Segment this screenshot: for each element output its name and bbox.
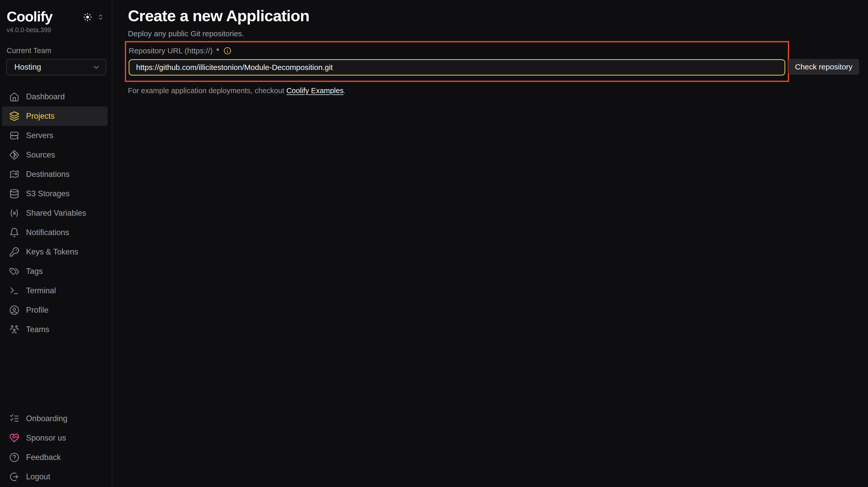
sidebar-item-notifications[interactable]: Notifications — [2, 223, 107, 242]
sidebar-item-label: Destinations — [26, 170, 70, 179]
app-version: v4.0.0-beta.399 — [7, 26, 112, 34]
sidebar-item-label: Dashboard — [26, 92, 65, 101]
sidebar-item-label: Sources — [26, 150, 55, 160]
sidebar-item-label: Notifications — [26, 228, 69, 237]
sidebar-item-teams[interactable]: Teams — [2, 320, 107, 339]
key-icon — [9, 247, 20, 257]
tags-icon — [9, 266, 20, 277]
sidebar-item-logout[interactable]: Logout — [2, 467, 107, 486]
sidebar-item-sources[interactable]: Sources — [2, 145, 107, 165]
sidebar-item-onboarding[interactable]: Onboarding — [2, 409, 107, 428]
team-select[interactable]: Hosting — [6, 59, 106, 75]
help-icon — [9, 452, 20, 462]
sidebar-item-sponsor-us[interactable]: Sponsor us — [2, 428, 107, 448]
repository-url-label-row: Repository URL (https://) * — [129, 46, 785, 55]
sidebar-item-label: Onboarding — [26, 414, 67, 423]
helper-prefix: For example application deployments, che… — [128, 87, 286, 95]
logout-icon — [9, 472, 20, 482]
sidebar-item-projects[interactable]: Projects — [2, 106, 107, 126]
sidebar-item-servers[interactable]: Servers — [2, 126, 107, 145]
helper-text: For example application deployments, che… — [128, 87, 789, 95]
sidebar-item-label: Servers — [26, 131, 53, 140]
sidebar-item-shared-variables[interactable]: Shared Variables — [2, 203, 107, 223]
sidebar-item-terminal[interactable]: Terminal — [2, 281, 107, 300]
sidebar: Coolify v4.0.0-beta.399 Current Team Hos… — [0, 0, 112, 487]
sidebar-item-label: Sponsor us — [26, 433, 66, 443]
map-icon — [9, 169, 20, 180]
chevron-down-icon — [92, 63, 101, 71]
main-content: Create a new Application Deploy any publ… — [113, 0, 868, 487]
server-icon — [9, 130, 20, 141]
repository-url-input[interactable] — [129, 59, 785, 75]
checklist-icon — [9, 414, 20, 424]
sidebar-item-keys-tokens[interactable]: Keys & Tokens — [2, 242, 107, 262]
heart-icon — [9, 433, 20, 443]
sidebar-item-dashboard[interactable]: Dashboard — [2, 87, 107, 106]
app-brand: Coolify — [7, 9, 52, 24]
users-icon — [9, 324, 20, 335]
repository-form: Repository URL (https://) * Check reposi… — [128, 41, 789, 95]
required-asterisk: * — [216, 46, 219, 55]
sidebar-item-label: Logout — [26, 472, 50, 481]
annotation-highlight: Repository URL (https://) * — [125, 41, 789, 82]
coolify-examples-link[interactable]: Coolify Examples — [286, 87, 344, 95]
sidebar-footer-nav: Onboarding Sponsor us Feedback Logout — [0, 409, 112, 486]
sidebar-item-label: Terminal — [26, 286, 56, 295]
terminal-icon — [9, 286, 20, 296]
helper-suffix: . — [344, 87, 346, 95]
layers-icon — [9, 111, 20, 121]
home-icon — [9, 92, 20, 102]
sidebar-item-label: Shared Variables — [26, 208, 86, 218]
sidebar-item-label: Feedback — [26, 453, 61, 462]
variable-icon — [9, 208, 20, 218]
sidebar-item-tags[interactable]: Tags — [2, 262, 107, 281]
sidebar-item-label: Projects — [26, 111, 55, 121]
sidebar-item-label: Profile — [26, 305, 49, 315]
sidebar-item-feedback[interactable]: Feedback — [2, 448, 107, 467]
current-team-label: Current Team — [7, 46, 112, 55]
sidebar-item-label: S3 Storages — [26, 189, 70, 198]
sidebar-nav: Dashboard Projects Servers Sources Desti… — [0, 87, 112, 339]
bell-icon — [9, 227, 20, 238]
sidebar-item-s3-storages[interactable]: S3 Storages — [2, 184, 107, 203]
page-subtitle: Deploy any public Git repositories. — [128, 29, 868, 38]
sidebar-item-label: Teams — [26, 325, 49, 334]
sidebar-item-label: Keys & Tokens — [26, 247, 78, 257]
sidebar-spacer — [0, 339, 112, 409]
database-icon — [9, 189, 20, 199]
repository-url-label: Repository URL (https://) — [129, 46, 213, 55]
sidebar-item-destinations[interactable]: Destinations — [2, 165, 107, 184]
check-repository-button[interactable]: Check repository — [788, 59, 859, 75]
chevrons-up-down-icon[interactable] — [96, 13, 105, 21]
git-icon — [9, 150, 20, 160]
sidebar-item-label: Tags — [26, 267, 43, 276]
sidebar-item-profile[interactable]: Profile — [2, 300, 107, 320]
page-title: Create a new Application — [128, 7, 868, 25]
user-icon — [9, 305, 20, 315]
sun-icon[interactable] — [83, 12, 92, 22]
team-select-value: Hosting — [14, 63, 41, 72]
sidebar-header-icons — [83, 12, 105, 22]
info-icon[interactable] — [223, 47, 231, 55]
logo-row: Coolify — [7, 9, 105, 24]
